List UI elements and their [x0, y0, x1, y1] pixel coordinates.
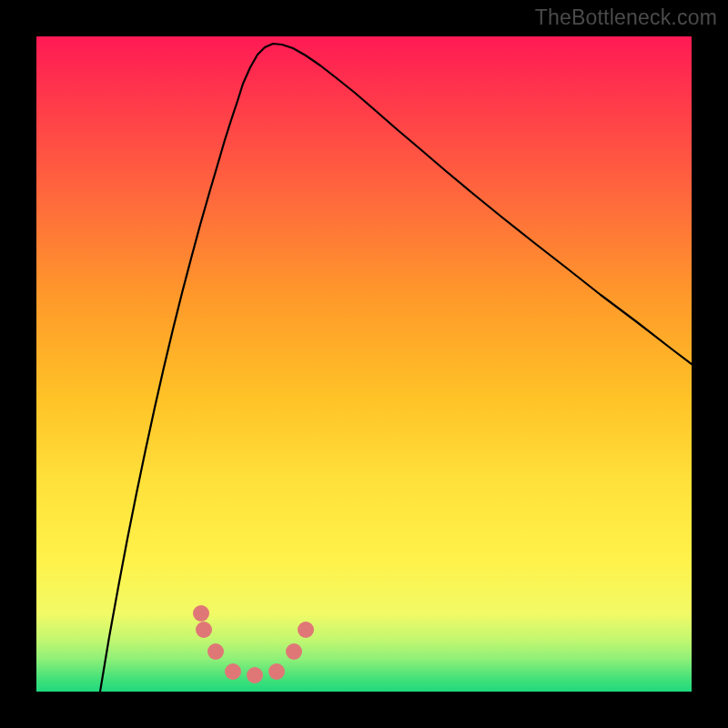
curve-marker	[268, 663, 285, 680]
curve-marker	[207, 643, 224, 660]
curve-marker	[225, 663, 241, 680]
watermark-label: TheBottleneck.com	[535, 5, 717, 30]
curve-marker	[286, 643, 302, 660]
curve-layer	[36, 36, 692, 692]
curve-marker	[196, 622, 212, 638]
curve-marker	[247, 667, 263, 683]
curve-marker	[298, 622, 314, 638]
curve-marker	[193, 605, 209, 622]
curve-markers	[193, 605, 314, 683]
chart-container: TheBottleneck.com	[0, 0, 728, 728]
bottleneck-curve	[100, 44, 692, 692]
plot-area	[36, 36, 692, 692]
